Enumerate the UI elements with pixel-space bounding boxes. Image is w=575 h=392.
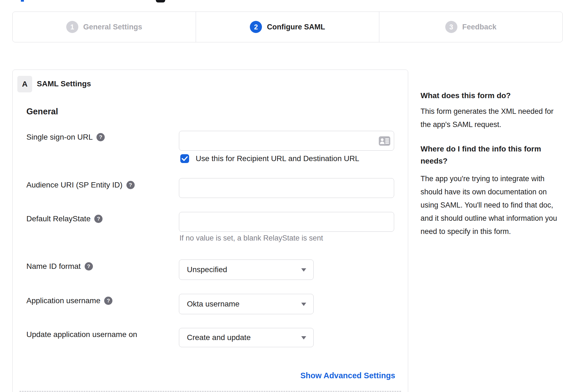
sidebar-heading-what: What does this form do? (421, 90, 558, 102)
cropped-black-fragment (156, 0, 165, 2)
help-icon[interactable]: ? (126, 181, 135, 189)
recipient-url-checkbox[interactable] (180, 154, 189, 163)
sidebar-body-where: The app you're trying to integrate with … (421, 172, 562, 238)
name-id-format-label: Name ID format ? (26, 262, 93, 271)
relay-state-label-text: Default RelayState (26, 214, 90, 223)
name-id-format-value: Unspecified (187, 265, 227, 274)
general-group-title: General (26, 107, 58, 117)
step-1-number-badge: 1 (66, 21, 78, 33)
configure-saml-screen: 1 General Settings 2 Configure SAML 3 Fe… (0, 0, 575, 392)
update-app-username-select[interactable]: Create and update (179, 328, 314, 347)
help-icon[interactable]: ? (94, 215, 103, 223)
step-feedback[interactable]: 3 Feedback (379, 12, 562, 42)
section-dashed-divider (20, 391, 401, 392)
sso-url-input-wrap (179, 131, 394, 151)
step-3-number-badge: 3 (445, 21, 457, 33)
update-app-username-label: Update application username on (26, 330, 137, 339)
step-configure-saml[interactable]: 2 Configure SAML (196, 12, 379, 42)
dropdown-arrow-icon (301, 336, 306, 339)
relay-state-input[interactable] (179, 212, 394, 232)
help-icon[interactable]: ? (104, 297, 112, 305)
section-a-badge: A (17, 76, 32, 92)
step-2-number-badge: 2 (250, 21, 262, 33)
step-2-label: Configure SAML (267, 23, 325, 31)
relay-state-hint: If no value is set, a blank RelayState i… (179, 234, 323, 242)
checkmark-icon (182, 156, 188, 161)
cropped-blue-fragment (21, 0, 24, 2)
step-general-settings[interactable]: 1 General Settings (13, 12, 196, 42)
sso-url-input[interactable] (179, 131, 394, 151)
app-username-select[interactable]: Okta username (179, 294, 314, 314)
sso-url-label: Single sign-on URL ? (26, 132, 105, 142)
wizard-stepper: 1 General Settings 2 Configure SAML 3 Fe… (12, 12, 563, 42)
step-3-label: Feedback (462, 23, 497, 31)
update-app-username-value: Create and update (187, 333, 251, 342)
recipient-url-checkbox-label: Use this for Recipient URL and Destinati… (196, 154, 359, 163)
step-1-label: General Settings (83, 23, 142, 31)
help-icon[interactable]: ? (96, 133, 105, 141)
dropdown-arrow-icon (301, 303, 306, 306)
help-icon[interactable]: ? (85, 262, 93, 270)
name-id-format-label-text: Name ID format (26, 262, 81, 271)
sidebar-body-what: This form generates the XML needed for t… (421, 105, 562, 131)
dropdown-arrow-icon (301, 268, 306, 272)
relay-state-label: Default RelayState ? (26, 214, 103, 223)
audience-uri-label: Audience URI (SP Entity ID) ? (26, 180, 135, 190)
update-app-username-label-text: Update application username on (26, 330, 137, 339)
app-username-label: Application username ? (26, 296, 112, 305)
saml-settings-panel: A SAML Settings General Single sign-on U… (12, 70, 408, 392)
name-id-format-select[interactable]: Unspecified (179, 260, 314, 280)
sso-url-label-text: Single sign-on URL (26, 132, 93, 142)
audience-uri-input[interactable] (179, 178, 394, 198)
sidebar-heading-where: Where do I find the info this form needs… (421, 143, 550, 167)
panel-title: SAML Settings (37, 79, 91, 88)
app-username-value: Okta username (187, 300, 239, 308)
show-advanced-settings-link[interactable]: Show Advanced Settings (300, 371, 395, 380)
app-username-label-text: Application username (26, 296, 100, 305)
audience-uri-label-text: Audience URI (SP Entity ID) (26, 180, 123, 190)
